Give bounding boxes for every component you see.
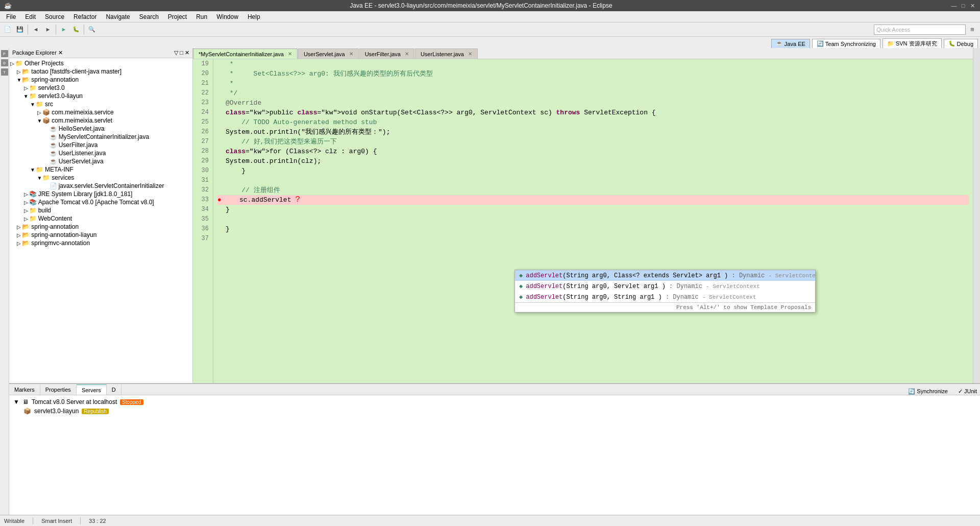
code-line-31[interactable] xyxy=(217,176,969,185)
code-line-29[interactable]: System.out.println(clz); xyxy=(217,156,969,166)
code-line-23[interactable]: @Override xyxy=(217,98,969,108)
perspective-javaee[interactable]: ☕ Java EE xyxy=(771,39,810,49)
tree-item[interactable]: ▼📁services xyxy=(9,174,192,182)
server-item-tomcat[interactable]: ▼🖥Tomcat v8.0 Server at localhostStopped xyxy=(13,397,976,407)
toolbar-btn-back[interactable]: ◀ xyxy=(30,24,41,35)
code-line-36[interactable]: } xyxy=(217,224,969,234)
tree-item[interactable]: ▼📂spring-annotation xyxy=(9,76,192,84)
perspective-team-sync[interactable]: 🔄 Team Synchronizing xyxy=(812,39,880,49)
menu-item-window[interactable]: Window xyxy=(212,12,242,21)
menu-item-refactor[interactable]: Refactor xyxy=(69,12,101,21)
server-subitem-servlet[interactable]: 📦servlet3.0-liayunRepublish xyxy=(13,407,976,416)
bottom-tab-1[interactable]: Properties xyxy=(40,385,77,395)
code-line-37[interactable] xyxy=(217,234,969,244)
tree-item[interactable]: ☕UserListener.java xyxy=(9,149,192,157)
code-line-22[interactable]: */ xyxy=(217,88,969,98)
line-number-20: 20 xyxy=(197,69,209,79)
code-line-20[interactable]: * Set<Class<?>> arg0: 我们感兴趣的类型的所有后代类型 xyxy=(217,69,969,79)
bottom-tab-3[interactable]: D xyxy=(107,385,121,395)
tree-item[interactable]: 📄javax.servlet.ServletContainerInitializ… xyxy=(9,182,192,190)
code-line-35[interactable] xyxy=(217,214,969,224)
menu-item-run[interactable]: Run xyxy=(192,12,211,21)
tree-item[interactable]: ▷📚JRE System Library [jdk1.8.0_181] xyxy=(9,190,192,198)
menu-item-edit[interactable]: Edit xyxy=(21,12,40,21)
code-line-32[interactable]: // 注册组件 xyxy=(217,185,969,195)
menu-item-navigate[interactable]: Navigate xyxy=(102,12,134,21)
tree-item[interactable]: ▼📁servlet3.0-liayun xyxy=(9,92,192,100)
left-icon-2[interactable]: O xyxy=(1,59,8,66)
tab-label-1: UserServlet.java xyxy=(304,51,345,57)
code-line-33[interactable]: ● sc.addServlet? xyxy=(217,195,969,205)
maximize-button[interactable]: □ xyxy=(960,2,967,9)
editor-tab-0[interactable]: *MyServletContainerInitializer.java✕ xyxy=(193,49,298,59)
toolbar-btn-persp[interactable]: ⊞ xyxy=(967,24,978,35)
code-line-19[interactable]: * xyxy=(217,59,969,69)
tree-item[interactable]: ▷📁Other Projects xyxy=(9,59,192,67)
autocomplete-item-1[interactable]: ◆addServlet(String arg0, Servlet arg1 ) … xyxy=(515,281,815,292)
tree-item[interactable]: ☕UserFilter.java xyxy=(9,141,192,149)
perspective-svn[interactable]: 📁 SVN 资源库研究 xyxy=(883,38,942,49)
minimize-button[interactable]: — xyxy=(950,2,958,9)
tree-item[interactable]: ☕UserServlet.java xyxy=(9,157,192,165)
tree-item[interactable]: ▷📁build xyxy=(9,206,192,214)
menu-item-search[interactable]: Search xyxy=(135,12,163,21)
code-line-21[interactable]: * xyxy=(217,79,969,88)
synchronize-tab[interactable]: 🔄 Synchronize xyxy=(905,388,951,395)
autocomplete-item-0[interactable]: ◆addServlet(String arg0, Class<? extends… xyxy=(515,270,815,281)
line-number-35: 35 xyxy=(197,214,209,224)
bottom-tab-2[interactable]: Servers xyxy=(77,385,107,395)
left-icon-1[interactable]: P xyxy=(1,50,8,57)
tab-close-1[interactable]: ✕ xyxy=(349,51,353,57)
menu-item-help[interactable]: Help xyxy=(243,12,264,21)
toolbar-btn-forward[interactable]: ▶ xyxy=(42,24,54,35)
tree-item[interactable]: ▼📁src xyxy=(9,100,192,108)
perspective-debug[interactable]: 🐛 Debug xyxy=(944,39,978,49)
left-icon-3[interactable]: T xyxy=(1,68,8,76)
editor-tab-1[interactable]: UserServlet.java✕ xyxy=(298,49,359,59)
quick-access-box[interactable]: Quick Access xyxy=(874,25,966,35)
tree-item[interactable]: ▷📂spring-annotation xyxy=(9,223,192,231)
code-line-28[interactable]: class="kw">for (Class<?> clz : arg0) { xyxy=(217,147,969,156)
tree-item[interactable]: ▼📁META-INF xyxy=(9,165,192,174)
ac-icon-0: ◆ xyxy=(519,272,523,279)
status-writable: Writable xyxy=(4,518,24,524)
tree-item[interactable]: ▷📂spring-annotation-liayun xyxy=(9,231,192,239)
toolbar-btn-run[interactable]: ▶ xyxy=(58,24,69,35)
autocomplete-popup[interactable]: ◆addServlet(String arg0, Class<? extends… xyxy=(514,270,816,313)
autocomplete-footer: Press 'Alt+/' to show Template Proposals xyxy=(515,302,815,312)
code-line-34[interactable]: } xyxy=(217,205,969,214)
toolbar-btn-save[interactable]: 💾 xyxy=(14,24,26,35)
bottom-tab-0[interactable]: Markers xyxy=(9,385,40,395)
tree-item[interactable]: ▷📂taotao [fastdfs-client-java master] xyxy=(9,67,192,76)
autocomplete-item-2[interactable]: ◆addServlet(String arg0, String arg1 ) :… xyxy=(515,292,815,302)
code-line-24[interactable]: class="kw">public class="kw">void onStar… xyxy=(217,108,969,117)
code-line-25[interactable]: // TODO Auto-generated method stub xyxy=(217,117,969,127)
tab-close-2[interactable]: ✕ xyxy=(405,51,409,57)
code-line-30[interactable]: } xyxy=(217,166,969,176)
junit-tab[interactable]: ✓ JUnit xyxy=(955,388,980,395)
tree-item[interactable]: ▼📦com.meimeixia.servlet xyxy=(9,116,192,125)
tab-close-0[interactable]: ✕ xyxy=(288,51,292,57)
toolbar-btn-debug[interactable]: 🐛 xyxy=(70,24,82,35)
editor-tab-3[interactable]: UserListener.java✕ xyxy=(415,49,478,59)
line-number-28: 28 xyxy=(197,147,209,156)
tree-item[interactable]: ▷📁WebContent xyxy=(9,214,192,223)
toolbar-btn-search[interactable]: 🔍 xyxy=(86,24,97,35)
window-controls: — □ ✕ xyxy=(950,2,976,9)
close-button[interactable]: ✕ xyxy=(969,2,976,9)
tree-item[interactable]: ▷📂springmvc-annotation xyxy=(9,239,192,247)
toolbar-btn-new[interactable]: 📄 xyxy=(2,24,13,35)
tree-item[interactable]: ▷📁servlet3.0 xyxy=(9,84,192,92)
tree-item[interactable]: ▷📚Apache Tomcat v8.0 [Apache Tomcat v8.0… xyxy=(9,198,192,206)
tab-close-3[interactable]: ✕ xyxy=(468,51,472,57)
menu-item-project[interactable]: Project xyxy=(164,12,191,21)
menu-item-source[interactable]: Source xyxy=(41,12,68,21)
editor-tab-2[interactable]: UserFilter.java✕ xyxy=(359,49,414,59)
editor-tab-bar: *MyServletContainerInitializer.java✕User… xyxy=(193,48,973,59)
tree-item[interactable]: ☕MyServletContainerInitializer.java xyxy=(9,133,192,141)
tree-item[interactable]: ☕HelloServlet.java xyxy=(9,125,192,133)
tree-item[interactable]: ▷📦com.meimeixia.service xyxy=(9,108,192,116)
menu-item-file[interactable]: File xyxy=(2,12,20,21)
code-line-26[interactable]: System.out.println("我们感兴趣的所有类型："); xyxy=(217,127,969,137)
code-line-27[interactable]: // 好,我们把这类型来遍历一下 xyxy=(217,137,969,147)
